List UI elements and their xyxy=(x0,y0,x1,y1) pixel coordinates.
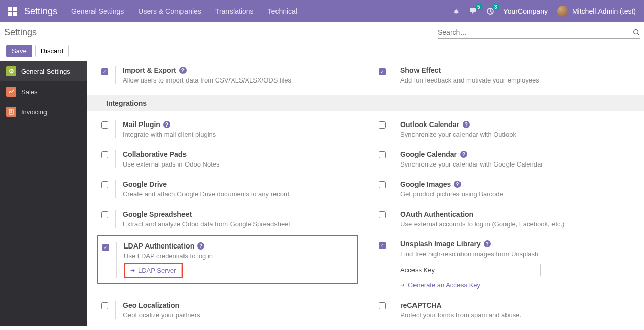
setting-title: Collaborative Pads xyxy=(123,150,187,158)
checkbox-google-calendar[interactable] xyxy=(379,151,386,158)
setting-title: Google Spreadsheet xyxy=(123,210,192,218)
body: ⚙ General Settings Sales $ Invoicing ✓ I… xyxy=(0,61,644,326)
help-icon[interactable]: ? xyxy=(163,121,170,128)
sidebar-item-invoicing[interactable]: $ Invoicing xyxy=(0,102,87,122)
control-bar: Settings xyxy=(0,22,644,43)
top-navbar: Settings General Settings Users & Compan… xyxy=(0,0,644,22)
setting-title: Show Effect xyxy=(400,66,441,74)
debug-icon[interactable] xyxy=(453,8,460,15)
topnav-menu: General Settings Users & Companies Trans… xyxy=(71,7,453,15)
help-icon[interactable]: ? xyxy=(197,242,204,250)
help-icon[interactable]: ? xyxy=(454,181,461,188)
company-selector[interactable]: YourCompany xyxy=(503,7,548,15)
search-input[interactable] xyxy=(438,27,633,37)
setting-ldap: ✓ LDAP Authentication? Use LDAP credenti… xyxy=(102,237,356,280)
setting-title: reCAPTCHA xyxy=(400,301,442,309)
setting-desc: Use LDAP credentials to log in xyxy=(124,252,356,260)
action-bar: Save Discard xyxy=(0,43,644,61)
checkbox-show-effect[interactable]: ✓ xyxy=(379,68,386,75)
setting-oauth: OAuth Authentication Use external accoun… xyxy=(379,205,636,235)
checkbox-google-drive[interactable] xyxy=(101,181,108,188)
activities-badge: 3 xyxy=(492,4,499,10)
checkbox-google-images[interactable] xyxy=(379,181,386,188)
sidebar-item-sales[interactable]: Sales xyxy=(0,81,87,102)
menu-translations[interactable]: Translations xyxy=(215,7,254,15)
setting-desc: Synchronize your calendar with Outlook xyxy=(400,131,636,138)
help-icon[interactable]: ? xyxy=(463,121,470,128)
svg-line-8 xyxy=(638,34,640,36)
setting-desc: Use external accounts to log in (Google,… xyxy=(400,220,636,228)
setting-desc: Synchronize your calendar with Google Ca… xyxy=(400,160,636,168)
messages-badge: 5 xyxy=(475,4,482,10)
settings-main[interactable]: ✓ Import & Export? Allow users to import… xyxy=(87,61,644,326)
setting-desc: Protect your forms from spam and abuse. xyxy=(400,311,636,319)
checkbox-google-spreadsheet[interactable] xyxy=(101,211,108,218)
help-icon[interactable]: ? xyxy=(179,67,187,74)
setting-collaborative-pads: Collaborative Pads Use external pads in … xyxy=(101,145,358,175)
sidebar-item-label: Invoicing xyxy=(21,108,47,116)
search-icon[interactable] xyxy=(633,29,640,36)
sidebar-item-general-settings[interactable]: ⚙ General Settings xyxy=(0,61,87,81)
settings-sidebar: ⚙ General Settings Sales $ Invoicing xyxy=(0,61,87,326)
messages-icon[interactable]: 5 xyxy=(469,7,477,15)
discard-button[interactable]: Discard xyxy=(35,45,69,57)
menu-users-companies[interactable]: Users & Companies xyxy=(138,7,201,15)
svg-line-5 xyxy=(457,12,458,13)
setting-desc: Create and attach Google Drive documents… xyxy=(123,190,358,198)
activities-icon[interactable]: 3 xyxy=(486,7,494,15)
generate-access-key-link[interactable]: ➔ Generate an Access Key xyxy=(400,281,480,289)
setting-desc: Get product pictures using Barcode xyxy=(400,190,636,198)
checkbox-import-export[interactable]: ✓ xyxy=(101,68,108,75)
svg-line-4 xyxy=(454,12,455,13)
svg-point-7 xyxy=(634,30,638,34)
invoice-icon: $ xyxy=(6,107,16,117)
help-icon[interactable]: ? xyxy=(460,151,467,158)
generate-link-label: Generate an Access Key xyxy=(408,281,480,289)
setting-outlook-calendar: Outlook Calendar? Synchronize your calen… xyxy=(379,115,636,145)
menu-technical[interactable]: Technical xyxy=(268,7,297,15)
setting-title: Unsplash Image Library xyxy=(400,240,481,248)
checkbox-outlook-calendar[interactable] xyxy=(379,121,386,129)
setting-import-export: ✓ Import & Export? Allow users to import… xyxy=(101,61,358,91)
setting-google-spreadsheet: Google Spreadsheet Extract and analyze O… xyxy=(101,205,358,235)
setting-title: Google Drive xyxy=(123,180,167,188)
checkbox-recaptcha[interactable] xyxy=(379,302,386,309)
svg-line-2 xyxy=(454,11,455,11)
menu-general-settings[interactable]: General Settings xyxy=(71,7,124,15)
checkbox-unsplash[interactable]: ✓ xyxy=(379,242,386,249)
svg-line-3 xyxy=(457,11,458,11)
access-key-label: Access Key xyxy=(400,266,435,274)
setting-recaptcha: reCAPTCHA Protect your forms from spam a… xyxy=(379,296,636,326)
checkbox-collaborative-pads[interactable] xyxy=(101,151,108,158)
checkbox-oauth[interactable] xyxy=(379,211,386,218)
ldap-server-button[interactable]: ➔ LDAP Server xyxy=(125,264,182,277)
setting-title: Google Images xyxy=(400,180,451,188)
checkbox-ldap[interactable]: ✓ xyxy=(102,244,109,251)
highlight-ldap-button: ➔ LDAP Server xyxy=(124,263,183,278)
sidebar-item-label: Sales xyxy=(21,88,38,96)
brand-title[interactable]: Settings xyxy=(24,6,57,17)
user-menu[interactable]: Mitchell Admin (test) xyxy=(557,6,636,17)
access-key-input[interactable] xyxy=(440,264,541,276)
setting-title: Outlook Calendar xyxy=(400,120,459,129)
checkbox-mail-plugin[interactable] xyxy=(101,121,108,129)
setting-desc: Allow users to import data from CSV/XLS/… xyxy=(123,76,358,84)
setting-title: Mail Plugin xyxy=(123,120,160,129)
arrow-right-icon: ➔ xyxy=(400,282,405,288)
avatar xyxy=(557,6,568,17)
sidebar-item-label: General Settings xyxy=(21,68,70,75)
setting-title: LDAP Authentication xyxy=(124,242,194,250)
help-icon[interactable]: ? xyxy=(484,240,491,247)
setting-mail-plugin: Mail Plugin? Integrate with mail client … xyxy=(101,115,358,145)
gear-icon: ⚙ xyxy=(6,66,16,76)
arrow-right-icon: ➔ xyxy=(130,267,135,274)
svg-text:$: $ xyxy=(10,110,12,113)
apps-icon[interactable] xyxy=(8,7,17,16)
setting-title: OAuth Authentication xyxy=(400,210,473,218)
checkbox-geo[interactable] xyxy=(101,302,108,309)
user-name: Mitchell Admin (test) xyxy=(572,7,636,15)
search-box[interactable] xyxy=(438,27,640,39)
setting-title: Import & Export xyxy=(123,66,176,74)
save-button[interactable]: Save xyxy=(6,45,32,57)
setting-desc: Integrate with mail client plugins xyxy=(123,131,358,138)
